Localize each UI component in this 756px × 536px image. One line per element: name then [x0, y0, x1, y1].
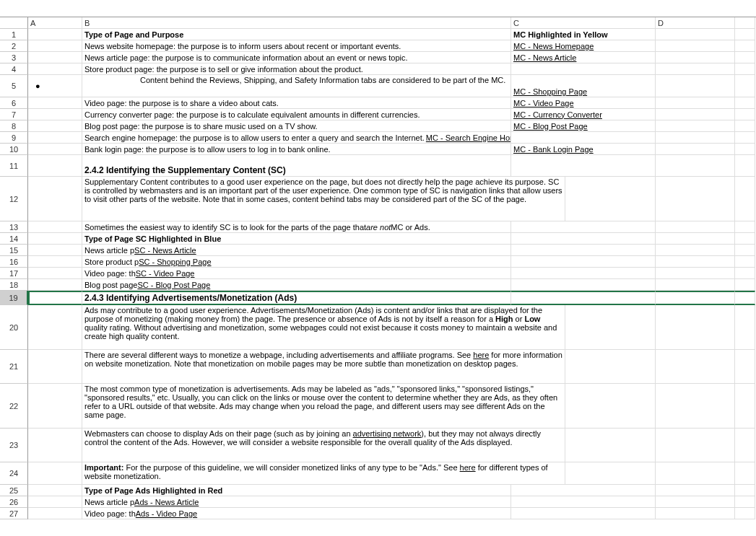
row-header-18[interactable]: 18: [0, 279, 28, 291]
row-header-21[interactable]: 21: [0, 350, 28, 384]
cell-D24[interactable]: [656, 462, 735, 485]
cell-A2[interactable]: [28, 40, 82, 52]
cell-A21[interactable]: [28, 350, 82, 384]
row-header-13[interactable]: 13: [0, 221, 28, 233]
link-ads-news-article[interactable]: Ads - News Article: [134, 498, 199, 506]
cell-E11[interactable]: [735, 155, 755, 177]
cell-B10[interactable]: Bank login page: the purpose is to allow…: [82, 144, 511, 155]
cell-C14[interactable]: [511, 233, 656, 245]
cell-D23[interactable]: [656, 429, 735, 462]
cell-B11[interactable]: 2.4.2 Identifying the Supplementary Cont…: [82, 155, 511, 177]
cell-D3[interactable]: [656, 52, 735, 63]
select-all-corner[interactable]: [0, 17, 28, 29]
link-mc-video-page[interactable]: MC - Video Page: [513, 99, 574, 107]
cell-D12[interactable]: [656, 177, 735, 221]
row-header-20[interactable]: 20: [0, 305, 28, 350]
cell-A10[interactable]: [28, 144, 82, 155]
row-header-17[interactable]: 17: [0, 268, 28, 279]
cell-D2[interactable]: [656, 40, 735, 52]
link-sc-news-article[interactable]: SC - News Article: [134, 246, 196, 255]
cell-B26[interactable]: News article p Ads - News Article: [82, 496, 511, 508]
row-header-7[interactable]: 7: [0, 109, 28, 120]
cell-A11[interactable]: [28, 155, 82, 177]
cell-C13[interactable]: [511, 221, 656, 233]
cell-B14[interactable]: Type of Page SC Highlighted in Blue: [82, 233, 511, 245]
cell-A23[interactable]: [28, 429, 82, 462]
link-advertising-network[interactable]: advertising network: [353, 429, 422, 438]
cell-B15[interactable]: News article p SC - News Article: [82, 245, 511, 256]
cell-E3[interactable]: [735, 52, 755, 63]
cell-C2[interactable]: MC - News Homepage: [511, 40, 656, 52]
cell-A7[interactable]: [28, 109, 82, 120]
cell-B7[interactable]: Currency converter page: the purpose is …: [82, 109, 511, 120]
col-header-C[interactable]: C: [511, 17, 656, 29]
row-header-1[interactable]: 1: [0, 29, 28, 40]
cell-A24[interactable]: [28, 462, 82, 485]
cell-A9[interactable]: [28, 132, 82, 144]
cell-C15[interactable]: [511, 245, 656, 256]
link-mc-shopping-page[interactable]: MC - Shopping Page: [513, 87, 587, 96]
cell-C27[interactable]: [511, 508, 656, 519]
row-header-25[interactable]: 25: [0, 485, 28, 496]
row-header-6[interactable]: 6: [0, 97, 28, 109]
cell-D5[interactable]: [656, 75, 735, 97]
cell-B27[interactable]: Video page: th Ads - Video Page: [82, 508, 511, 519]
cell-D14[interactable]: [656, 233, 735, 245]
cell-B18[interactable]: Blog post page SC - Blog Post Page: [82, 279, 511, 291]
cell-D19[interactable]: [656, 291, 735, 305]
row-header-22[interactable]: 22: [0, 384, 28, 429]
cell-E15[interactable]: [735, 245, 755, 256]
cell-D9[interactable]: [656, 132, 735, 144]
cell-A27[interactable]: [28, 508, 82, 519]
cell-D7[interactable]: [656, 109, 735, 120]
cell-A15[interactable]: [28, 245, 82, 256]
cell-E4[interactable]: [735, 63, 755, 75]
cell-E9[interactable]: [735, 132, 755, 144]
cell-C11[interactable]: [511, 155, 656, 177]
cell-C3[interactable]: MC - News Article: [511, 52, 656, 63]
cell-B13[interactable]: Sometimes the easiest way to identify SC…: [82, 221, 511, 233]
col-header-E[interactable]: [735, 17, 755, 29]
cell-C8[interactable]: MC - Blog Post Page: [511, 120, 656, 132]
col-header-D[interactable]: D: [656, 17, 735, 29]
cell-E8[interactable]: [735, 120, 755, 132]
cell-E27[interactable]: [735, 508, 755, 519]
cell-B17[interactable]: Video page: th SC - Video Page: [82, 268, 511, 279]
link-mc-news-article[interactable]: MC - News Article: [513, 53, 576, 62]
cell-E25[interactable]: [735, 485, 755, 496]
cell-D4[interactable]: [656, 63, 735, 75]
cell-C25[interactable]: [511, 485, 656, 496]
row-header-16[interactable]: 16: [0, 256, 28, 268]
link-sc-blog-post-page[interactable]: SC - Blog Post Page: [137, 281, 210, 289]
cell-A25[interactable]: [28, 485, 82, 496]
cell-A3[interactable]: [28, 52, 82, 63]
cell-C9[interactable]: [511, 132, 656, 144]
cell-E12[interactable]: [735, 177, 755, 221]
row-header-24[interactable]: 24: [0, 462, 28, 485]
cell-C1[interactable]: MC Highlighted in Yellow: [511, 29, 656, 40]
cell-C17[interactable]: [511, 268, 656, 279]
cell-E20[interactable]: [735, 305, 755, 350]
link-mc-currency-converter[interactable]: MC - Currency Converter: [513, 110, 602, 119]
cell-B16[interactable]: Store product p SC - Shopping Page: [82, 256, 511, 268]
cell-B23[interactable]: Webmasters can choose to display Ads on …: [82, 429, 565, 462]
link-sc-shopping-page[interactable]: SC - Shopping Page: [139, 258, 211, 266]
cell-B8[interactable]: Blog post page: the purpose is to share …: [82, 120, 511, 132]
cell-B25[interactable]: Type of Page Ads Highlighted in Red: [82, 485, 511, 496]
link-ads-video-page[interactable]: Ads - Video Page: [136, 509, 197, 518]
row-header-9[interactable]: 9: [0, 132, 28, 144]
cell-B20[interactable]: Ads may contribute to a good user experi…: [82, 305, 565, 350]
cell-E21[interactable]: [735, 350, 755, 384]
cell-B2[interactable]: News website homepage: the purpose is to…: [82, 40, 511, 52]
cell-D13[interactable]: [656, 221, 735, 233]
row-header-5[interactable]: 5: [0, 75, 28, 97]
cell-E13[interactable]: [735, 221, 755, 233]
cell-B19[interactable]: 2.4.3 Identifying Advertisements/Monetiz…: [82, 291, 511, 305]
cell-A19[interactable]: [28, 291, 82, 305]
link-mc-bank-login-page[interactable]: MC - Bank Login Page: [513, 145, 594, 154]
cell-A1[interactable]: [28, 29, 82, 40]
cell-C24[interactable]: [565, 462, 656, 485]
cell-B6[interactable]: Video page: the purpose is to share a vi…: [82, 97, 511, 109]
row-header-26[interactable]: 26: [0, 496, 28, 508]
cell-B5[interactable]: Content behind the Reviews, Shipping, an…: [82, 75, 511, 97]
